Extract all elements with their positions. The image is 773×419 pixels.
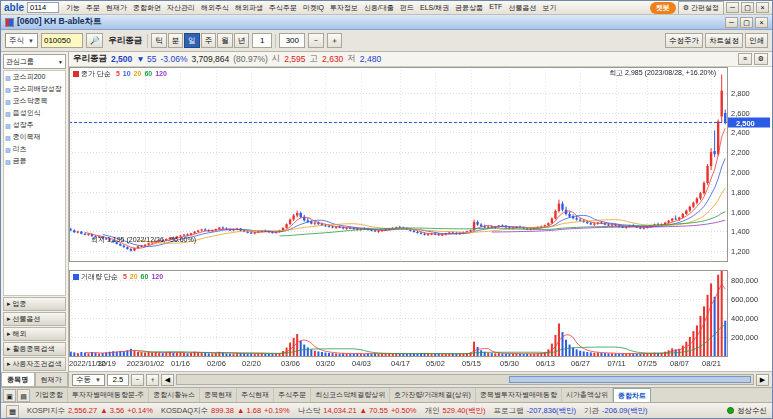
open-screens-tabstrip: ▣ ▤ 기업종합투자자별매매동향분-추종합시황뉴스종목현재주식현재주식주문최신코… xyxy=(1,387,772,402)
toolbar-button[interactable]: 인쇄 xyxy=(745,33,768,48)
zoom-plus-icon[interactable]: ＋ xyxy=(146,374,159,386)
stock-code-input[interactable] xyxy=(41,33,83,48)
gear-icon[interactable]: ⚙ xyxy=(754,53,768,65)
add-tab-icon[interactable]: ▤ xyxy=(17,389,30,402)
chatbot-button[interactable]: 챗봇 xyxy=(650,2,676,14)
status-change: ▲ 3.56 xyxy=(100,406,124,415)
gear-icon: ⚙ xyxy=(683,4,689,12)
scrollbar-thumb[interactable] xyxy=(509,376,751,383)
period-button-분[interactable]: 분 xyxy=(168,33,184,48)
watch-group-select[interactable]: 관심그룹 ▼ xyxy=(3,54,66,69)
status-value: -206.09(백만) xyxy=(602,406,647,416)
bottom-tab[interactable]: 최신코스닥체결량상위 xyxy=(311,388,390,402)
menu-item[interactable]: 펀드 xyxy=(397,3,417,13)
sidebar-section-업종[interactable]: ▸업종 xyxy=(3,297,66,311)
statusbar: ▦ KOSPI지수2,556.27▲ 3.56+0.14%KOSDAQ지수899… xyxy=(1,402,772,418)
sidebar-section-해외[interactable]: ▸해외 xyxy=(3,327,66,341)
watchlist-item[interactable]: ▨금융 xyxy=(4,155,65,167)
screen-list-icon[interactable]: ▣ xyxy=(3,389,16,402)
menu-item[interactable]: 주식주문 xyxy=(266,3,300,13)
watchlist-item[interactable]: ▨코스피배당성장 xyxy=(4,83,65,95)
scroll-right-icon[interactable]: ▶ xyxy=(756,374,769,386)
screen-number-input[interactable] xyxy=(27,2,59,13)
window-close-icon[interactable]: × xyxy=(755,17,768,28)
toolbar-button[interactable]: 차트설정 xyxy=(705,33,743,48)
status-label: KOSDAQ지수 xyxy=(161,406,208,416)
zoom-in-icon[interactable]: ＋ xyxy=(327,33,343,48)
chart-scrollbar[interactable] xyxy=(176,374,754,385)
zoom-minus-icon[interactable]: － xyxy=(131,374,144,386)
watchlist-item[interactable]: ▨음성인식 xyxy=(4,107,65,119)
bottom-tab[interactable]: 시가총액상위 xyxy=(562,388,613,402)
watchlist-item[interactable]: ▨코스피200 xyxy=(4,71,65,83)
bottom-tab[interactable]: 기업종합 xyxy=(31,388,68,402)
asset-type-select[interactable]: 주식 ▼ xyxy=(5,33,38,48)
menu-items: 기능주문현재가종합화면자산관리해외주식해외파생주식주문마켓iQ투자정보신용/대출… xyxy=(63,3,559,13)
window-restore-icon[interactable]: ▢ xyxy=(740,17,753,28)
menu-item[interactable]: ELS/채권 xyxy=(417,3,452,13)
close-icon[interactable]: × xyxy=(756,2,769,13)
window-minimize-icon[interactable]: ─ xyxy=(725,17,738,28)
bottom-tab[interactable]: 주식현재 xyxy=(237,388,274,402)
menu-item[interactable]: 신용/대출 xyxy=(361,3,397,13)
folder-icon: ▨ xyxy=(5,158,11,165)
bottom-tab[interactable]: 호가잔량/거래체결(상위) xyxy=(390,388,476,402)
watch-group-value: 관심그룹 xyxy=(6,57,34,67)
watchlist-item[interactable]: ▨리츠 xyxy=(4,143,65,155)
zoom-mode-select[interactable]: 수동 ▼ xyxy=(72,374,105,386)
quick-settings-button[interactable]: ⚙ 간편설정 xyxy=(678,1,724,15)
menu-item[interactable]: ETF xyxy=(486,3,505,13)
zoom-out-icon[interactable]: － xyxy=(308,33,324,48)
sidebar-section-활용종목검색[interactable]: ▸활용종목검색 xyxy=(3,342,66,356)
menu-item[interactable]: 종합화면 xyxy=(130,3,164,13)
chart-window-title: [0600] KH B-able차트 xyxy=(17,16,102,28)
period-button-년[interactable]: 년 xyxy=(234,33,250,48)
bottom-tab[interactable]: 종합시황뉴스 xyxy=(149,388,200,402)
menu-item[interactable]: 투자정보 xyxy=(327,3,361,13)
watchlist-item-label: 코스피200 xyxy=(13,72,46,82)
menu-item[interactable]: 마켓iQ xyxy=(300,3,327,13)
interval-input[interactable] xyxy=(252,33,272,48)
sidebar-tab-현재가[interactable]: 현재가 xyxy=(35,372,69,387)
bottom-tab[interactable]: 종목현재 xyxy=(200,388,237,402)
menu-item[interactable]: 해외파생 xyxy=(232,3,266,13)
bottom-tab[interactable]: 종합차트 xyxy=(613,388,651,402)
content-area: 관심그룹 ▼ ▨코스피200▨코스피배당성장▨코스닥종목▨음성인식▨성장주▨종이… xyxy=(1,52,772,387)
toolbar-button[interactable]: 수정주가 xyxy=(665,33,703,48)
asset-type-value: 주식 xyxy=(9,36,24,46)
sidebar-tab-종목명[interactable]: 종목명 xyxy=(1,372,35,387)
period-button-일[interactable]: 일 xyxy=(184,33,200,48)
volume-ratio: (80.97%) xyxy=(233,54,268,64)
bottom-tab[interactable]: 투자자별매매동향분-추 xyxy=(68,388,149,402)
sidebar-section-선물옵션[interactable]: ▸선물옵션 xyxy=(3,312,66,326)
menu-item[interactable]: 주문 xyxy=(83,3,103,13)
menu-item[interactable]: 보기 xyxy=(539,3,559,13)
bottom-tab[interactable]: 종목별투자자별매매동향 xyxy=(476,388,562,402)
watchlist-item[interactable]: ▨코스닥종목 xyxy=(4,95,65,107)
scroll-left-icon[interactable]: ◀ xyxy=(161,374,174,386)
sidebar-section-사용자조건검색[interactable]: ▸사용자조건검색 xyxy=(3,357,66,371)
menu-item[interactable]: 해외주식 xyxy=(198,3,232,13)
search-icon[interactable]: 🔎 xyxy=(86,33,103,48)
menu-item[interactable]: 금융상품 xyxy=(452,3,486,13)
toolbar-divider xyxy=(275,34,276,48)
menu-item[interactable]: 자산관리 xyxy=(164,3,198,13)
bottom-tab[interactable]: 주식주문 xyxy=(274,388,311,402)
grid-icon[interactable]: ▦ xyxy=(6,405,19,418)
period-button-월[interactable]: 월 xyxy=(217,33,233,48)
menu-item[interactable]: 현재가 xyxy=(103,3,130,13)
watchlist-item[interactable]: ▨성장주 xyxy=(4,119,65,131)
menu-item[interactable]: 기능 xyxy=(63,3,83,13)
maximize-icon[interactable]: ▢ xyxy=(741,2,754,13)
watchlist-item[interactable]: ▨종이목재 xyxy=(4,131,65,143)
chart-window-titlebar[interactable]: [0600] KH B-able차트 ─ ▢ × xyxy=(1,15,772,30)
period-button-주[interactable]: 주 xyxy=(201,33,217,48)
list-icon[interactable]: ≡ xyxy=(738,53,752,65)
menu-item[interactable]: 선물옵션 xyxy=(505,3,539,13)
period-button-틱[interactable]: 틱 xyxy=(151,33,167,48)
minimize-icon[interactable]: ─ xyxy=(726,2,739,13)
chart-toolbar: 주식 ▼ 🔎 우리종금 틱분일주월년 － ＋ 수정주가차트설정인쇄 xyxy=(1,30,772,52)
zoom-value-input[interactable] xyxy=(107,374,129,386)
price-volume-chart[interactable] xyxy=(69,67,771,371)
bar-count-input[interactable] xyxy=(279,33,305,48)
